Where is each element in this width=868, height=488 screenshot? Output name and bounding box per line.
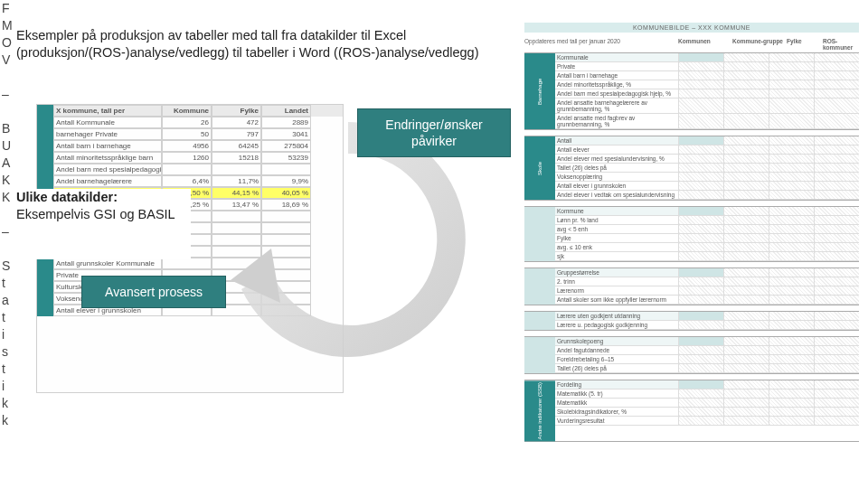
kommune-caption-row: Oppdateres med tall per januar 2020 Komm… [524, 38, 859, 51]
kommune-title: KOMMUNEBILDE – XXX KOMMUNE [524, 23, 859, 33]
data-sources-box: Ulike datakilder: Eksempelvis GSI og BAS… [14, 189, 191, 259]
callout-process: Avansert prosess [81, 276, 226, 308]
data-sources-line: Eksempelvis GSI og BASIL [16, 207, 175, 221]
data-sources-title: Ulike datakilder: [16, 190, 118, 204]
description-text: Eksempler på produksjon av tabeller med … [16, 27, 495, 61]
left-margin-letters: FMOV – BUAKK – Statistikk [2, 0, 14, 429]
callout-changes: Endringer/ønsker påvirker [357, 108, 511, 157]
kommune-table-preview: KOMMUNEBILDE – XXX KOMMUNE Oppdateres me… [524, 23, 859, 447]
